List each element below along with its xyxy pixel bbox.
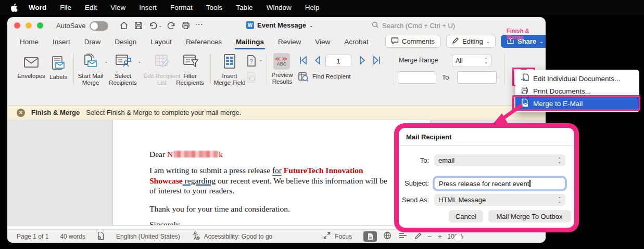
- tab-draw[interactable]: Draw: [84, 35, 101, 50]
- document-title[interactable]: W Event Message ⌄: [246, 21, 313, 29]
- pencil-icon: [452, 37, 459, 46]
- document-page[interactable]: Dear Nk I am writing to submit a press r…: [113, 120, 430, 225]
- ribbon-separator: [73, 55, 74, 85]
- more-commands-icon[interactable]: ⋯: [195, 19, 203, 29]
- comments-button[interactable]: Comments: [385, 35, 440, 48]
- draft-view-icon[interactable]: [414, 232, 422, 241]
- web-layout-view-icon[interactable]: [383, 231, 392, 241]
- menu-window[interactable]: Window: [260, 4, 298, 11]
- start-mail-merge-button[interactable]: Start Mail Merge: [76, 54, 105, 86]
- focus-mode-button[interactable]: Focus: [335, 233, 352, 240]
- filter-recipients-button[interactable]: Filter Recipients: [175, 54, 205, 86]
- home-icon[interactable]: [119, 21, 129, 30]
- next-record-icon[interactable]: [358, 55, 368, 68]
- preview-results-toggle[interactable]: ≪≫ ABC: [273, 53, 290, 70]
- outline-view-icon[interactable]: [399, 232, 407, 240]
- menu-edit[interactable]: Edit: [78, 4, 104, 11]
- mail-merge-to-outbox-button[interactable]: Mail Merge To Outbox: [488, 210, 571, 222]
- apple-icon[interactable]: [10, 4, 18, 12]
- print-icon[interactable]: [181, 21, 191, 30]
- tab-acrobat[interactable]: Acrobat: [344, 35, 369, 50]
- menu-view[interactable]: View: [104, 4, 132, 11]
- subject-input[interactable]: Press release for recent event: [434, 177, 565, 190]
- filter-recipients-icon: [181, 54, 199, 71]
- warning-title: Finish & Merge: [31, 109, 80, 116]
- tab-mailings[interactable]: Mailings: [236, 35, 264, 50]
- menu-table[interactable]: Table: [229, 4, 259, 11]
- menu-format[interactable]: Format: [163, 4, 199, 11]
- last-record-icon[interactable]: [372, 55, 382, 68]
- merge-range-from-field[interactable]: [398, 71, 436, 84]
- preview-results-label: Preview Results: [270, 70, 294, 85]
- first-record-icon[interactable]: [298, 55, 308, 68]
- tab-home[interactable]: Home: [20, 35, 39, 50]
- undo-chevron-icon[interactable]: ⌄: [158, 23, 162, 28]
- tab-view[interactable]: View: [315, 35, 330, 50]
- tab-insert[interactable]: Insert: [53, 35, 70, 50]
- print-documents-icon: [521, 86, 529, 96]
- stepper-icon: ⌃⌄: [484, 58, 488, 63]
- find-recipient-icon[interactable]: [298, 72, 309, 84]
- redacted-name: [173, 151, 218, 158]
- merge-range-label: Merge Range: [399, 57, 438, 64]
- language-selector[interactable]: English (United States): [116, 233, 180, 240]
- dialog-title: Mail Recipient: [406, 133, 451, 141]
- menu-file[interactable]: File: [53, 4, 78, 11]
- merge-range-select[interactable]: All ⌃⌄: [452, 55, 491, 67]
- page-count[interactable]: Page 1 of 1: [17, 233, 48, 240]
- insert-merge-field-chevron-icon[interactable]: ⌄: [230, 59, 234, 64]
- find-recipient-button[interactable]: Find Recipient: [312, 73, 351, 80]
- proofing-status-icon[interactable]: [97, 231, 105, 242]
- focus-expand-icon[interactable]: [323, 232, 331, 241]
- text-cursor: [529, 180, 531, 187]
- mail-merge-warning-bar: ✕ Finish & Merge Select Finish & Merge t…: [7, 106, 546, 120]
- record-number-input[interactable]: 1: [325, 55, 351, 67]
- redo-icon[interactable]: [167, 21, 176, 30]
- zoom-window-button[interactable]: [37, 22, 43, 29]
- cancel-button[interactable]: Cancel: [449, 210, 483, 222]
- search-icon: [372, 21, 379, 30]
- menu-word[interactable]: Word: [22, 4, 53, 11]
- word-count[interactable]: 40 words: [60, 233, 85, 240]
- autosave-toggle[interactable]: [90, 21, 108, 31]
- match-fields-icon[interactable]: ?: [246, 55, 257, 69]
- body-paragraph-1: I am writing to submit a press release f…: [149, 165, 390, 196]
- zoom-in-button[interactable]: +: [438, 232, 442, 241]
- menu-tools[interactable]: Tools: [199, 4, 230, 11]
- previous-record-icon[interactable]: [312, 55, 322, 68]
- minimize-window-button[interactable]: [26, 22, 32, 29]
- title-bar: AutoSave ⌄ ⋯ W Event Message ⌄ Search (: [7, 17, 546, 34]
- undo-icon[interactable]: [148, 21, 158, 30]
- merge-range-to-label: To: [442, 74, 449, 81]
- menu-item-edit-individual-documents[interactable]: Edit Individual Documents...: [515, 72, 639, 85]
- send-as-select[interactable]: HTML Message ⌃⌄: [434, 194, 565, 206]
- annotation-selected-item-box: [512, 95, 640, 111]
- accessibility-status[interactable]: Accessibility: Good to go: [204, 233, 272, 240]
- menu-help[interactable]: Help: [298, 4, 326, 11]
- merge-range-to-field[interactable]: [457, 71, 497, 84]
- zoom-out-button[interactable]: −: [427, 232, 432, 241]
- menu-insert[interactable]: Insert: [132, 4, 163, 11]
- to-select[interactable]: email ⌃⌄: [434, 154, 565, 166]
- mail-recipient-dialog: Mail Recipient To: email ⌃⌄ Subject: Pre…: [399, 128, 574, 228]
- editing-mode-button[interactable]: Editing ⌄: [446, 35, 496, 48]
- tab-layout[interactable]: Layout: [150, 35, 172, 50]
- save-icon[interactable]: [134, 21, 143, 30]
- print-layout-view-button[interactable]: [363, 231, 377, 242]
- start-mail-merge-icon: [82, 54, 99, 71]
- svg-text:?: ?: [250, 59, 253, 64]
- match-fields-chevron-icon[interactable]: ⌄: [259, 57, 263, 62]
- close-window-button[interactable]: [14, 22, 20, 29]
- select-recipients-button[interactable]: Select Recipients: [107, 54, 138, 86]
- tab-design[interactable]: Design: [115, 35, 136, 50]
- insert-merge-field-button[interactable]: Insert Merge Field: [213, 54, 246, 86]
- ribbon-separator: [394, 55, 394, 85]
- search-input[interactable]: Search (Cmd + Ctrl + U): [372, 20, 476, 31]
- labels-button[interactable]: Labels: [47, 56, 70, 81]
- warning-close-icon[interactable]: ✕: [17, 109, 25, 117]
- envelopes-button[interactable]: Envelopes: [17, 56, 46, 80]
- ribbon-separator: [210, 55, 211, 85]
- tab-references[interactable]: References: [186, 35, 222, 50]
- zoom-slider-thumb[interactable]: [454, 234, 462, 241]
- tab-review[interactable]: Review: [278, 35, 301, 50]
